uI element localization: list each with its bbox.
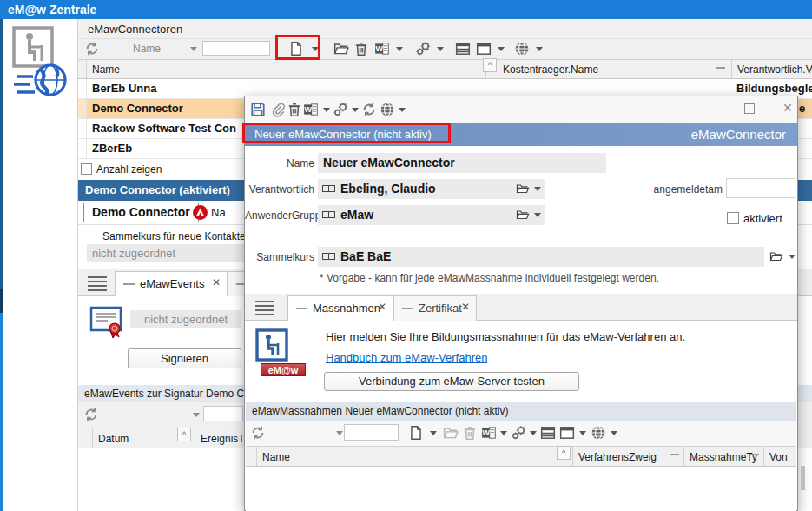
name-label: Name [245,157,314,169]
lookup-folder-icon[interactable] [769,249,783,263]
refresh-icon[interactable] [250,425,266,441]
settings-dropdown-icon[interactable] [352,108,359,112]
refresh-icon[interactable] [84,41,100,56]
vorgabe-note: * Vorgabe - kann für jede eMawMassnahme … [320,272,736,284]
export-word-icon[interactable]: W [481,425,497,441]
grid-rows-icon[interactable] [455,41,471,56]
layout-dropdown-icon[interactable] [579,431,586,435]
cell-verantwortlich: Bildungsbegle [736,82,812,95]
column-header-verfahrenszweig[interactable]: VerfahrensZweig [573,447,684,466]
refresh-icon[interactable] [361,102,377,117]
grid-rows-icon[interactable] [540,425,556,441]
filter-combo-dropdown-icon[interactable] [336,431,343,435]
filter-column-combo[interactable]: Name [133,43,161,55]
globe-icon[interactable] [380,102,395,117]
export-dropdown-icon[interactable] [396,47,403,51]
anwendergruppe-label: AnwenderGruppe [245,209,314,222]
settings-gears-icon[interactable] [511,425,526,441]
lookup-dropdown-icon[interactable] [534,213,541,217]
verbindung-testen-button[interactable]: Verbindung zum eMaw-Server testen [324,372,579,391]
vertical-scrollbar-thumb[interactable] [801,466,805,490]
svg-text:W: W [375,44,383,53]
dialog-tabstrip: Massnahmen ✕ Zertifikat ✕ [245,294,797,321]
column-resize-handle[interactable] [670,449,679,455]
sort-ascending-button[interactable]: ^ [557,446,571,460]
delete-icon[interactable] [462,425,478,441]
tab-dash-icon [123,283,135,285]
globe-icon[interactable] [514,41,530,56]
tab-emawevents[interactable]: eMawEvents ✕ [115,271,228,296]
globe-dropdown-icon[interactable] [536,47,543,51]
tab-close-icon[interactable]: ✕ [378,301,386,313]
export-word-icon[interactable]: W [303,102,319,117]
close-button[interactable]: ✕ [782,101,793,115]
attachment-paperclip-icon[interactable] [270,102,286,117]
tab-massnahmen[interactable]: Massnahmen ✕ [287,295,393,321]
delete-icon[interactable] [353,41,369,56]
filter-combo-dropdown-icon[interactable] [190,47,197,51]
tab-menu-hamburger-icon[interactable] [255,301,274,318]
lookup-folder-icon[interactable] [516,208,530,222]
globe-icon[interactable] [591,425,606,441]
globe-dropdown-icon[interactable] [611,431,617,435]
aktiviert-checkbox[interactable] [727,212,739,224]
sammelkurs-label: Sammelkurs für neue Kontakte [102,230,246,242]
column-resize-handle[interactable] [716,63,725,69]
signature-value-field[interactable]: nicht zugeordnet [130,310,241,328]
new-item-dropdown-icon[interactable] [312,47,319,51]
open-icon[interactable] [443,425,459,441]
sort-ascending-button[interactable]: ^ [483,58,497,72]
column-header-von[interactable]: Von [764,447,796,466]
settings-gears-icon[interactable] [415,41,431,56]
settings-dropdown-icon[interactable] [530,431,537,435]
tab-menu-hamburger-icon[interactable] [88,276,107,294]
column-header-verantwortlich[interactable]: Verantwortlich.Vo [732,60,812,78]
new-item-dropdown-icon[interactable] [430,431,437,435]
row-indicator-header [78,60,87,78]
globe-dropdown-icon[interactable] [399,108,406,112]
angemeldetam-input[interactable] [726,178,795,198]
sort-ascending-button[interactable]: ^ [177,428,191,441]
sammelkurs-value-field[interactable]: nicht zugeordnet [87,244,244,262]
emawconnector-dialog: W – ✕ Neuer eMawConnector (nicht aktiv) … [244,96,798,511]
lookup-dropdown-icon[interactable] [789,255,795,259]
open-icon[interactable] [333,41,349,56]
export-dropdown-icon[interactable] [323,108,330,112]
new-item-icon[interactable] [288,41,304,56]
export-dropdown-icon[interactable] [500,431,507,435]
anzahl-zeigen-checkbox[interactable] [81,163,92,175]
column-resize-handle[interactable] [750,449,759,455]
signieren-button[interactable]: Signieren [128,348,241,368]
tab-close-icon[interactable]: ✕ [212,276,221,289]
minimize-button[interactable]: – [703,101,710,116]
events-search-input[interactable] [203,406,243,421]
tab-close-icon[interactable]: ✕ [461,301,470,313]
layout-window-icon[interactable] [476,41,492,56]
lookup-folder-icon[interactable] [516,182,530,196]
layout-dropdown-icon[interactable] [498,47,505,51]
angemeldetam-label: angemeldetam [584,183,723,196]
search-input[interactable] [202,41,270,56]
dialog-title: Neuer eMawConnector (nicht aktiv) [254,128,432,141]
massnahmen-table-body [246,467,796,511]
tab-zertifikat[interactable]: Zertifikat ✕ [393,295,477,321]
column-header-name[interactable]: Name [87,60,486,78]
column-header-kostentraeger[interactable]: Kostentraeger.Name [498,60,732,78]
settings-dropdown-icon[interactable] [437,47,444,51]
settings-gears-icon[interactable] [333,102,348,117]
export-word-icon[interactable]: W [374,41,390,56]
aktiviert-label: aktiviert [743,212,782,225]
delete-icon[interactable] [287,102,302,117]
lookup-dropdown-icon[interactable] [534,187,541,191]
detail-tab-demo-connector[interactable]: Demo Connector [83,203,199,222]
save-icon[interactable] [250,102,266,117]
massnahmen-search-input[interactable] [344,424,399,441]
handbuch-link[interactable]: Handbuch zum eMaw-Verfahren [326,351,487,364]
column-header-name[interactable]: Name [257,447,573,466]
maximize-button[interactable] [744,103,755,114]
filter-combo-dropdown-icon[interactable] [193,413,200,417]
layout-window-icon[interactable] [559,425,575,441]
refresh-icon[interactable] [83,407,99,422]
row-indicator [78,99,87,118]
new-item-icon[interactable] [408,425,424,441]
